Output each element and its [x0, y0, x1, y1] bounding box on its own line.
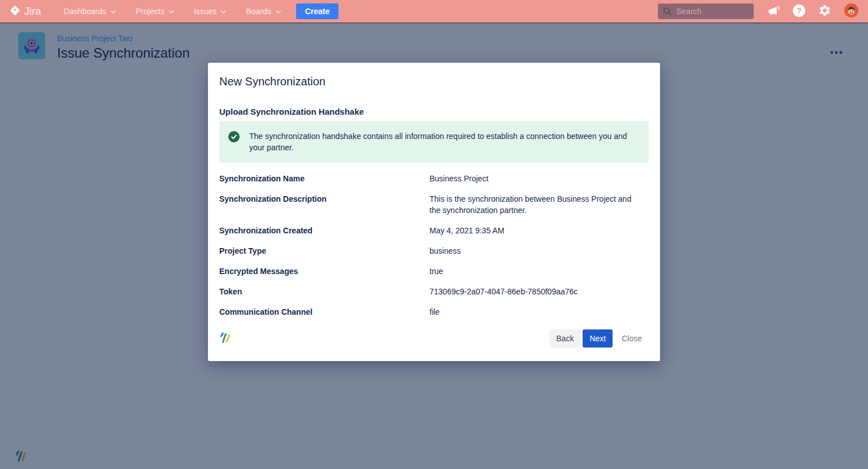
dialog-footer: Back Next Close	[219, 329, 649, 348]
megaphone-icon	[766, 4, 780, 19]
sync-app-logo	[219, 332, 231, 346]
jira-brand[interactable]: Jira	[9, 5, 41, 19]
gear-icon	[818, 4, 831, 19]
next-button[interactable]: Next	[583, 329, 613, 348]
field-row: Synchronization Created May 4, 2021 9:35…	[219, 225, 649, 236]
field-value: This is the synchronization between Busi…	[429, 193, 633, 216]
field-row: Synchronization Name Business Project	[219, 173, 649, 184]
new-synchronization-dialog: New Synchronization Upload Synchronizati…	[208, 63, 660, 361]
menu-boards[interactable]: Boards	[246, 7, 281, 16]
field-value: file	[429, 306, 440, 318]
field-value: 713069c9-2a07-4047-86eb-7850f09aa76c	[429, 286, 578, 297]
success-message-box: The synchronization handshake contains a…	[219, 121, 649, 163]
jira-logo-icon	[9, 5, 21, 19]
menu-label: Projects	[136, 7, 164, 16]
field-row: Token 713069c9-2a07-4047-86eb-7850f09aa7…	[219, 286, 649, 297]
help-button[interactable]: ?	[792, 4, 806, 19]
field-row: Project Type business	[219, 245, 649, 257]
field-label: Synchronization Name	[219, 173, 429, 184]
field-row: Synchronization Description This is the …	[219, 193, 649, 216]
close-button[interactable]: Close	[615, 329, 649, 348]
success-message-text: The synchronization handshake contains a…	[249, 131, 631, 153]
user-avatar[interactable]	[844, 3, 859, 20]
chevron-down-icon	[168, 7, 175, 16]
field-label: Project Type	[219, 245, 429, 257]
field-value: May 4, 2021 9:35 AM	[429, 225, 504, 236]
field-value: true	[429, 266, 443, 277]
search-icon	[663, 7, 672, 18]
menu-issues[interactable]: Issues	[194, 7, 227, 16]
field-row: Encrypted Messages true	[219, 266, 649, 277]
menu-label: Issues	[194, 7, 216, 16]
avatar-icon	[844, 3, 859, 20]
field-label: Encrypted Messages	[219, 266, 429, 277]
svg-text:?: ?	[797, 6, 802, 15]
chevron-down-icon	[220, 7, 227, 16]
check-circle-icon	[228, 131, 240, 142]
menu-projects[interactable]: Projects	[136, 7, 175, 16]
top-navbar: Jira Dashboards Projects Issues Boards C…	[0, 0, 868, 23]
settings-button[interactable]	[818, 4, 831, 19]
search-input[interactable]	[658, 3, 754, 19]
field-label: Synchronization Created	[219, 225, 429, 236]
chevron-down-icon	[275, 7, 281, 16]
field-row: Communication Channel file	[219, 306, 649, 318]
back-button[interactable]: Back	[549, 329, 580, 348]
field-label: Communication Channel	[219, 306, 429, 318]
field-value: Business Project	[429, 173, 488, 184]
create-button[interactable]: Create	[296, 3, 339, 19]
brand-name: Jira	[24, 6, 41, 18]
menu-dashboards[interactable]: Dashboards	[64, 7, 117, 16]
main-menu: Dashboards Projects Issues Boards	[64, 7, 281, 16]
step-heading: Upload Synchronization Handshake	[219, 107, 649, 116]
field-label: Synchronization Description	[219, 193, 429, 216]
chevron-down-icon	[110, 7, 116, 16]
footer-buttons: Back Next Close	[549, 329, 649, 348]
search-box	[658, 3, 754, 19]
dialog-title: New Synchronization	[219, 75, 649, 88]
menu-label: Dashboards	[64, 7, 107, 16]
announcements-button[interactable]	[766, 4, 780, 19]
menu-label: Boards	[246, 7, 271, 16]
field-value: business	[429, 245, 461, 257]
handshake-fields: Synchronization Name Business Project Sy…	[219, 170, 649, 318]
field-label: Token	[219, 286, 429, 297]
help-icon: ?	[792, 4, 806, 19]
navbar-right: ?	[658, 3, 859, 20]
